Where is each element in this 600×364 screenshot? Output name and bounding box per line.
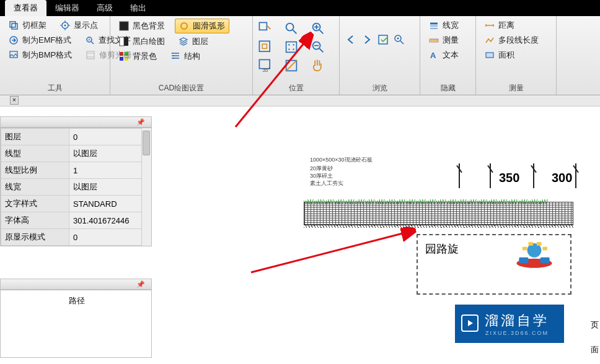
prop-val[interactable]: STANDARD: [69, 196, 151, 212]
btn-nav-home[interactable]: [393, 33, 405, 48]
panel-header[interactable]: 📌: [0, 116, 152, 128]
drawing-l2: 30厚碎土: [310, 172, 333, 180]
dim-350: 350: [499, 171, 519, 185]
dim-tick: [575, 163, 576, 188]
svg-rect-20: [259, 22, 267, 30]
btn-cut-frame[interactable]: 切框架: [5, 19, 50, 32]
svg-rect-47: [537, 242, 542, 246]
btn-smooth-arc[interactable]: 圆滑弧形: [175, 19, 229, 33]
group-title-measure: 测量: [481, 82, 551, 93]
prop-val[interactable]: 1: [69, 162, 151, 179]
side-a: 页: [591, 319, 599, 331]
btn-display-point[interactable]: 显示点: [56, 19, 102, 32]
svg-rect-11: [120, 37, 124, 46]
path-body: 路径: [0, 290, 152, 358]
svg-point-25: [286, 24, 294, 31]
label: 切框架: [22, 20, 46, 31]
svg-rect-0: [10, 22, 15, 27]
svg-line-40: [236, 36, 310, 127]
btn-nav-back[interactable]: [345, 33, 357, 48]
table-row[interactable]: 线宽以图层: [1, 179, 151, 196]
area-icon: [485, 50, 495, 60]
text-icon: A: [429, 50, 439, 60]
label: 黑色背景: [133, 20, 165, 32]
trim-icon: [86, 50, 95, 60]
prop-val[interactable]: 301.401672446: [69, 212, 151, 229]
group-title-cad: CAD绘图设置: [115, 82, 247, 93]
group-title-tools: 工具: [5, 82, 105, 93]
svg-point-19: [173, 58, 174, 59]
btn-nav-fwd[interactable]: [361, 33, 373, 48]
btn-bw-draw[interactable]: 黑白绘图: [115, 35, 169, 48]
search-text-icon: A: [85, 35, 95, 45]
btn-hide-measure[interactable]: 测量: [425, 33, 470, 47]
prop-val[interactable]: 以图层: [69, 179, 151, 196]
scrollbar[interactable]: [141, 128, 151, 246]
svg-point-3: [64, 25, 66, 27]
properties-panel: 📌 图层0 线型以图层 线型比例1 线宽以图层 文字样式STANDARD 字体高…: [0, 116, 152, 246]
table-row[interactable]: 字体高301.401672446: [1, 212, 151, 229]
btn-measure-area[interactable]: 面积: [481, 48, 551, 62]
drawing-spec: 1000×500×30现浇砼石板: [310, 156, 373, 163]
btn-black-bg[interactable]: 黑色背景: [115, 19, 169, 33]
tab-output[interactable]: 输出: [121, 0, 155, 16]
btn-nav-refresh[interactable]: [377, 33, 389, 48]
prop-val[interactable]: 0: [69, 129, 151, 145]
layers-icon: [179, 37, 188, 46]
close-icon[interactable]: ×: [10, 96, 19, 105]
prop-key: 线型比例: [1, 162, 69, 179]
btn-measure-polyline[interactable]: 多段线长度: [481, 33, 551, 47]
label: 面积: [498, 50, 514, 61]
svg-rect-46: [529, 242, 534, 246]
distance-icon: [485, 20, 495, 30]
label: 修剪光栅: [99, 50, 131, 61]
label: 图层: [192, 36, 208, 47]
label: 多段线长度: [498, 35, 539, 46]
btn-hide-linewidth[interactable]: 线宽: [425, 19, 470, 32]
svg-rect-1: [12, 24, 17, 29]
svg-point-36: [397, 38, 399, 40]
properties-table: 图层0 线型以图层 线型比例1 线宽以图层 文字样式STANDARD 字体高30…: [1, 128, 151, 246]
table-row[interactable]: 线型比例1: [1, 162, 151, 179]
svg-rect-48: [542, 247, 547, 251]
prop-val[interactable]: 以图层: [69, 145, 151, 162]
tab-viewer[interactable]: 查看器: [5, 0, 46, 16]
pin-icon[interactable]: 📌: [136, 280, 145, 288]
table-row[interactable]: 线型以图层: [1, 145, 151, 162]
dim-tick: [459, 163, 460, 188]
panel-header-2[interactable]: 📌: [0, 279, 152, 290]
linewidth-icon: [429, 20, 439, 30]
label: 文本: [443, 50, 459, 61]
btn-layer[interactable]: 图层: [175, 35, 212, 48]
ruler-icon: [429, 35, 439, 45]
btn-hide-text[interactable]: A文本: [425, 48, 470, 62]
btn-to-emf[interactable]: 制为EMF格式: [5, 33, 75, 47]
table-row[interactable]: 原显示模式0: [1, 229, 151, 246]
label: 距离: [498, 20, 514, 31]
svg-point-10: [181, 23, 187, 29]
svg-line-41: [251, 231, 412, 272]
annotation-arrow-1: [229, 31, 316, 130]
btn-measure-dist[interactable]: 距离: [481, 19, 551, 32]
pavement-hatch: [304, 202, 573, 225]
black-bg-icon: [119, 21, 129, 31]
tab-bar: 查看器 编辑器 高级 输出: [0, 0, 600, 16]
label: 制为BMP格式: [22, 50, 72, 61]
tab-advanced[interactable]: 高级: [88, 0, 121, 16]
bw-icon: [119, 37, 129, 46]
label: 背景色: [133, 51, 157, 62]
logo-graphic: [511, 239, 558, 270]
btn-trim-raster[interactable]: 修剪光栅: [82, 48, 135, 62]
tab-editor[interactable]: 编辑器: [46, 0, 88, 16]
table-row[interactable]: 图层0: [1, 129, 151, 145]
btn-to-bmp[interactable]: 制为BMP格式: [5, 48, 76, 62]
btn-structure[interactable]: 结构: [167, 50, 204, 63]
group-browse: 浏览: [340, 16, 420, 95]
pin-icon[interactable]: 📌: [136, 118, 145, 126]
table-row[interactable]: 文字样式STANDARD: [1, 196, 151, 212]
badge-sub: ZIXUE.3D66.COM: [470, 330, 549, 336]
label: 线宽: [443, 20, 459, 31]
prop-val[interactable]: 0: [69, 229, 151, 246]
image-export-icon: [9, 50, 19, 60]
scroll-thumb[interactable]: [143, 131, 150, 155]
